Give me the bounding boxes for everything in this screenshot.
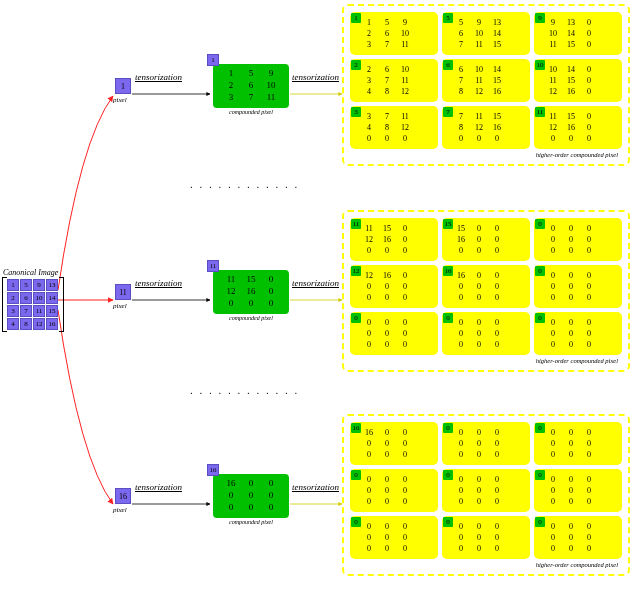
higher-order-badge: 0: [351, 517, 361, 527]
compounded-pixel-badge: 16: [207, 464, 219, 476]
higher-order-caption: higher-order compounded pixel: [350, 357, 622, 364]
compounded-pixel-cell: 2: [221, 80, 241, 92]
higher-order-grid-cell: 0: [470, 522, 488, 533]
canonical-cell: 14: [46, 292, 58, 304]
higher-order-grid-cell: 11: [544, 40, 562, 51]
higher-order-grid-cell: 0: [580, 475, 598, 486]
higher-order-cell: 1212160000000: [350, 265, 438, 308]
higher-order-grid-cell: 0: [580, 123, 598, 134]
higher-order-grid-cell: 15: [488, 76, 506, 87]
higher-order-grid-cell: 0: [360, 544, 378, 555]
higher-order-grid-cell: 12: [396, 123, 414, 134]
higher-order-grid: 000000000: [544, 428, 616, 461]
compounded-pixel-cell: 0: [221, 490, 241, 502]
higher-order-grid-cell: 16: [452, 235, 470, 246]
higher-order-grid-cell: 0: [488, 428, 506, 439]
compounded-pixel-cell: 0: [241, 502, 261, 514]
higher-order-grid-cell: 0: [544, 318, 562, 329]
higher-order-grid-cell: 0: [360, 246, 378, 257]
compounded-pixel-cell: 16: [221, 478, 241, 490]
canonical-cell: 2: [7, 292, 19, 304]
higher-order-grid-cell: 0: [488, 497, 506, 508]
tensorization-label: tensorization: [135, 278, 182, 288]
higher-order-grid-cell: 0: [580, 340, 598, 351]
higher-order-grid-cell: 0: [580, 246, 598, 257]
higher-order-grid-cell: 0: [562, 450, 580, 461]
higher-order-grid-cell: 0: [544, 475, 562, 486]
compounded-pixel-cell: 0: [261, 286, 281, 298]
higher-order-badge: 5: [443, 13, 453, 23]
higher-order-grid-cell: 4: [360, 87, 378, 98]
higher-order-grid-cell: 0: [488, 544, 506, 555]
compounded-pixel-cell: 11: [261, 92, 281, 104]
higher-order-grid-cell: 0: [452, 450, 470, 461]
higher-order-grid-cell: 0: [580, 65, 598, 76]
higher-order-grid: 15926103711: [360, 18, 432, 51]
higher-order-grid-cell: 11: [360, 224, 378, 235]
compounded-pixel-grid: 1115012160000: [221, 274, 281, 310]
higher-order-badge: 12: [351, 266, 361, 276]
higher-order-grid: 000000000: [544, 522, 616, 555]
higher-order-grid-cell: 0: [396, 246, 414, 257]
higher-order-grid-cell: 0: [396, 340, 414, 351]
higher-order-cell: 0000000000: [350, 312, 438, 355]
higher-order-grid-cell: 0: [470, 246, 488, 257]
higher-order-grid-cell: 10: [396, 29, 414, 40]
higher-order-badge: 0: [535, 266, 545, 276]
higher-order-grid-cell: 0: [544, 224, 562, 235]
higher-order-grid-cell: 6: [378, 65, 396, 76]
higher-order-cell: 0000000000: [534, 422, 622, 465]
higher-order-grid-cell: 0: [452, 522, 470, 533]
higher-order-grid-cell: 0: [452, 428, 470, 439]
higher-order-grid-cell: 0: [580, 497, 598, 508]
compounded-pixel-cell: 0: [261, 490, 281, 502]
higher-order-grid-cell: 11: [396, 76, 414, 87]
higher-order-grid-cell: 0: [396, 224, 414, 235]
higher-order-cell: 0000000000: [534, 265, 622, 308]
higher-order-grid-cell: 0: [544, 235, 562, 246]
higher-order-grid-cell: 0: [396, 134, 414, 145]
canonical-cell: 5: [20, 279, 32, 291]
higher-order-grid-cell: 8: [378, 123, 396, 134]
higher-order-grid-cell: 0: [396, 271, 414, 282]
higher-order-badge: 0: [535, 470, 545, 480]
higher-order-grid-cell: 0: [562, 271, 580, 282]
compounded-pixel-cell: 0: [241, 490, 261, 502]
canonical-image-grid: 15913261014371115481216: [3, 279, 63, 330]
higher-order-grid-cell: 0: [360, 329, 378, 340]
higher-order-grid-cell: 12: [396, 87, 414, 98]
compounded-pixel: 115926103711compounded pixel: [213, 64, 289, 108]
higher-order-badge: 15: [443, 219, 453, 229]
tensorization-label: tensorization: [292, 72, 339, 82]
higher-order-grid: 1600000000: [360, 428, 432, 461]
higher-order-grid-cell: 10: [470, 29, 488, 40]
higher-order-badge: 6: [443, 60, 453, 70]
higher-order-cell: 115926103711: [350, 12, 438, 55]
canonical-image-title: Canonical Image: [3, 268, 63, 277]
higher-order-grid-cell: 0: [360, 134, 378, 145]
higher-order-grid-cell: 6: [452, 29, 470, 40]
higher-order-grid-cell: 16: [452, 271, 470, 282]
compounded-pixel-grid: 15926103711: [221, 68, 281, 104]
higher-order-grid-cell: 7: [452, 76, 470, 87]
higher-order-grid: 000000000: [452, 522, 524, 555]
higher-order-grid: 91301014011150: [544, 18, 616, 51]
higher-order-grid-cell: 0: [470, 475, 488, 486]
higher-order-grid-cell: 0: [562, 439, 580, 450]
higher-order-group: 1111150121600001515001600000000000000012…: [342, 210, 630, 372]
higher-order-grid-cell: 0: [488, 271, 506, 282]
canonical-cell: 8: [20, 318, 32, 330]
higher-order-grid-cell: 16: [562, 87, 580, 98]
higher-order-grid-cell: 7: [452, 40, 470, 51]
higher-order-cell: 991301014011150: [534, 12, 622, 55]
higher-order-badge: 0: [535, 219, 545, 229]
higher-order-grid-cell: 0: [580, 87, 598, 98]
higher-order-grid-cell: 0: [562, 522, 580, 533]
canonical-cell: 9: [33, 279, 45, 291]
higher-order-grid-cell: 0: [580, 235, 598, 246]
higher-order-grid-cell: 0: [580, 533, 598, 544]
compounded-pixel-cell: 11: [221, 274, 241, 286]
higher-order-grid-cell: 0: [470, 134, 488, 145]
higher-order-grid-cell: 3: [360, 112, 378, 123]
higher-order-grid-cell: 0: [396, 428, 414, 439]
